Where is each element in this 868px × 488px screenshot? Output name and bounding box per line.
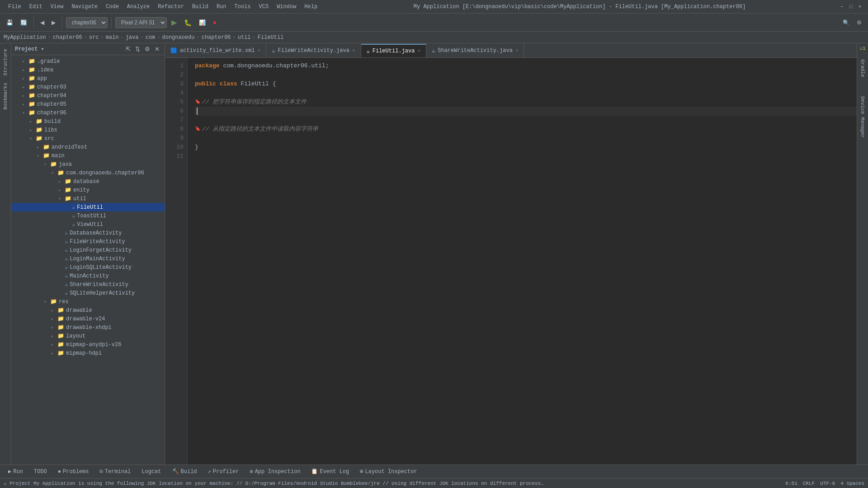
close-button[interactable]: × xyxy=(856,3,863,10)
tree-item-drawable-v24[interactable]: ▸📁drawable-v24 xyxy=(11,314,165,323)
tree-item-toastutil[interactable]: ☕ToastUtil xyxy=(11,211,165,220)
bottom-tab-app-inspection[interactable]: ⚙App Inspection xyxy=(245,466,305,477)
tree-item-util[interactable]: ▾📁util xyxy=(11,194,165,203)
tree-item-drawable-xhdpi[interactable]: ▸📁drawable-xhdpi xyxy=(11,323,165,332)
breadcrumb-item-java[interactable]: java xyxy=(126,34,139,41)
debug-button[interactable]: 🐛 xyxy=(181,18,194,28)
bottom-tab-build[interactable]: 🔨Build xyxy=(168,466,202,477)
tab-close-button[interactable]: × xyxy=(417,48,420,54)
breadcrumb-item-main[interactable]: main xyxy=(106,34,119,41)
tree-item-java[interactable]: ▾📁java xyxy=(11,160,165,169)
menu-item-edit[interactable]: Edit xyxy=(26,3,46,11)
tree-item-src[interactable]: ▾📁src xyxy=(11,134,165,143)
cursor-position[interactable]: 6:51 xyxy=(785,481,797,486)
code-content[interactable]: package com.dongnaoedu.chapter06.util; p… xyxy=(188,58,857,465)
editor-tab-fileutil-java[interactable]: ☕FileUtil.java× xyxy=(361,44,426,57)
warning-indicator[interactable]: ⚠1 xyxy=(858,43,867,53)
tree-item-loginforgetactivity[interactable]: ☕LoginForgetActivity xyxy=(11,246,165,254)
stop-button[interactable]: ■ xyxy=(210,18,219,27)
gradle-tab[interactable]: Gradle xyxy=(856,57,868,79)
editor-tab-activity-file-write-xml[interactable]: 🟦activity_file_write.xml× xyxy=(165,44,266,57)
breadcrumb-item-util[interactable]: util xyxy=(238,34,251,41)
breadcrumb-item-src[interactable]: src xyxy=(89,34,99,41)
breadcrumb-item-com[interactable]: com xyxy=(146,34,156,41)
tree-item-chapter06[interactable]: ▾📁chapter06 xyxy=(11,108,165,117)
menu-item-refactor[interactable]: Refactor xyxy=(154,3,188,11)
editor-tab-sharewriteactivity-java[interactable]: ☕ShareWriteActivity.java× xyxy=(426,44,524,57)
tree-item-viewutil[interactable]: ☕ViewUtil xyxy=(11,220,165,229)
toolbar-forward-button[interactable]: ▶ xyxy=(49,18,58,27)
branch-selector[interactable]: chapter06 xyxy=(66,17,108,28)
sidebar-close-button[interactable]: ✕ xyxy=(153,45,161,53)
menu-item-build[interactable]: Build xyxy=(189,3,212,11)
tree-item--gradle[interactable]: ▸📁.gradle xyxy=(11,57,165,66)
tree-item-main[interactable]: ▾📁main xyxy=(11,151,165,160)
toolbar-sync-button[interactable]: 🔄 xyxy=(18,18,30,27)
breadcrumb-item-myapplication[interactable]: MyApplication xyxy=(4,34,46,41)
tree-item-loginsqliteactivity[interactable]: ☕LoginSQLiteActivity xyxy=(11,263,165,272)
tree-item-fileutil[interactable]: ☕FileUtil xyxy=(11,203,165,211)
menu-item-run[interactable]: Run xyxy=(213,3,230,11)
sidebar-collapse-button[interactable]: ⇱ xyxy=(124,45,132,53)
device-manager-tab[interactable]: Device Manager xyxy=(858,93,867,141)
editor[interactable]: 1234567891011 package com.dongnaoedu.cha… xyxy=(165,58,857,465)
menu-item-window[interactable]: Window xyxy=(273,3,300,11)
menu-item-navigate[interactable]: Navigate xyxy=(68,3,101,11)
bottom-tab-event-log[interactable]: 📋Event Log xyxy=(307,466,354,477)
tree-item-layout[interactable]: ▸📁layout xyxy=(11,332,165,340)
bottom-tab-logcat[interactable]: Logcat xyxy=(137,467,165,477)
bottom-tab-profiler[interactable]: ↗Profiler xyxy=(203,466,244,477)
tree-item-databaseactivity[interactable]: ☕DatabaseActivity xyxy=(11,229,165,237)
menu-item-help[interactable]: Help xyxy=(301,3,321,11)
bottom-tab-problems[interactable]: ●Problems xyxy=(53,467,94,477)
toolbar-back-button[interactable]: ◀ xyxy=(38,18,47,27)
menu-item-tools[interactable]: Tools xyxy=(231,3,255,11)
bottom-tab-layout-inspector[interactable]: ⊞Layout Inspector xyxy=(355,466,421,477)
bottom-tab-terminal[interactable]: ⊡Terminal xyxy=(95,466,135,477)
tree-item-chapter04[interactable]: ▸📁chapter04 xyxy=(11,91,165,100)
tree-item-app[interactable]: ▸📁app xyxy=(11,74,165,83)
maximize-button[interactable]: □ xyxy=(847,3,854,10)
sidebar-sort-button[interactable]: ⇅ xyxy=(134,45,142,53)
indent-setting[interactable]: 4 spaces xyxy=(840,481,864,486)
structure-tab[interactable]: Structure xyxy=(1,45,10,79)
tree-item-androidtest[interactable]: ▸📁androidTest xyxy=(11,143,165,151)
editor-tab-filewriteactivity-java[interactable]: ☕FileWriteActivity.java× xyxy=(266,44,361,57)
tree-item-mipmap-anydpi-v26[interactable]: ▸📁mipmap-anydpi-v26 xyxy=(11,340,165,349)
breadcrumb-item-fileutil[interactable]: FileUtil xyxy=(258,34,284,41)
menu-item-code[interactable]: Code xyxy=(102,3,123,11)
menu-item-view[interactable]: View xyxy=(47,3,67,11)
encoding[interactable]: UTF-8 xyxy=(820,481,835,486)
menu-item-vcs[interactable]: VCS xyxy=(255,3,273,11)
tree-item-chapter03[interactable]: ▸📁chapter03 xyxy=(11,83,165,91)
bottom-tab-todo[interactable]: TODO xyxy=(29,467,52,477)
breadcrumb-item-chapter06[interactable]: chapter06 xyxy=(53,34,82,41)
tab-close-button[interactable]: × xyxy=(515,48,519,53)
tree-item-enity[interactable]: ▸📁enity xyxy=(11,186,165,194)
line-ending[interactable]: CRLF xyxy=(803,481,815,486)
tab-close-button[interactable]: × xyxy=(258,48,261,53)
tree-item-mipmap-hdpi[interactable]: ▸📁mipmap-hdpi xyxy=(11,349,165,357)
menu-item-analyze[interactable]: Analyze xyxy=(123,3,153,11)
tree-item-chapter05[interactable]: ▸📁chapter05 xyxy=(11,100,165,108)
sidebar-settings-button[interactable]: ⚙ xyxy=(143,45,151,53)
tree-item-database[interactable]: ▸📁database xyxy=(11,177,165,186)
breadcrumb-item-chapter06[interactable]: chapter06 xyxy=(202,34,231,41)
tree-item-com-dongnaoedu-chapter06[interactable]: ▾📁com.dongnaoedu.chapter06 xyxy=(11,169,165,177)
tree-item-libs[interactable]: ▸📁libs xyxy=(11,126,165,134)
settings-button[interactable]: ⚙ xyxy=(854,18,864,27)
run-button[interactable]: ▶ xyxy=(169,17,179,28)
search-everywhere-button[interactable]: 🔍 xyxy=(840,18,852,27)
profile-button[interactable]: 📊 xyxy=(196,18,208,27)
tree-item-sharewriteactivity[interactable]: ☕ShareWriteActivity xyxy=(11,280,165,289)
tree-item-res[interactable]: ▾📁res xyxy=(11,297,165,306)
tree-item--idea[interactable]: ▸📁.idea xyxy=(11,66,165,74)
device-selector[interactable]: Pixel 2 API 31 xyxy=(115,17,167,28)
minimize-button[interactable]: − xyxy=(838,3,845,10)
tree-item-drawable[interactable]: ▸📁drawable xyxy=(11,306,165,314)
toolbar-save-button[interactable]: 💾 xyxy=(4,18,16,27)
bookmarks-tab[interactable]: Bookmarks xyxy=(1,79,10,113)
tree-item-loginmainactivity[interactable]: ☕LoginMainActivity xyxy=(11,254,165,263)
bottom-tab-run[interactable]: ▶Run xyxy=(4,466,28,477)
tree-item-build[interactable]: ▸📁build xyxy=(11,117,165,126)
